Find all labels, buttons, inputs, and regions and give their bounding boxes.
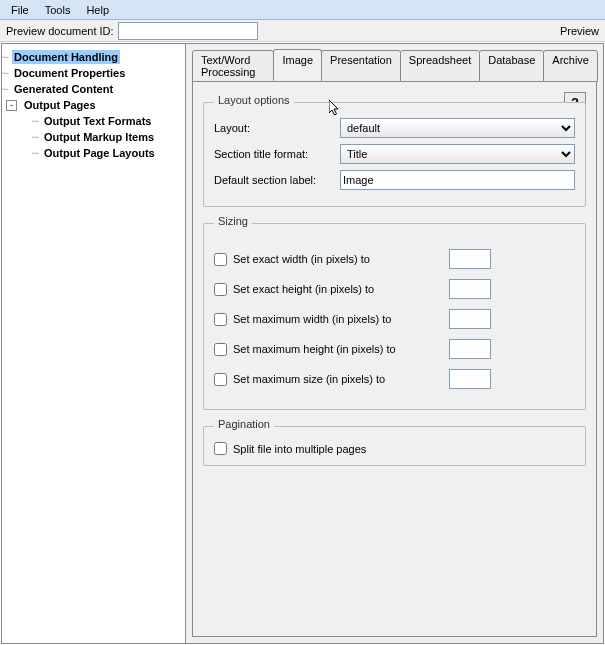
layout-options-legend: Layout options <box>214 94 294 106</box>
tree-connector: ┈ <box>32 129 39 145</box>
select-layout[interactable]: default <box>340 118 575 138</box>
nav-tree[interactable]: ┈ Document Handling ┈ Document Propertie… <box>2 44 186 643</box>
tree-label: Document Handling <box>12 50 120 64</box>
tree-label: Generated Content <box>12 82 115 96</box>
tree-item-output-page-layouts[interactable]: ┈ Output Page Layouts <box>2 144 185 160</box>
pagination-legend: Pagination <box>214 418 274 430</box>
checkbox-split-file[interactable] <box>214 442 227 455</box>
label-exact-width: Set exact width (in pixels) to <box>233 253 443 265</box>
input-default-section-label[interactable] <box>340 170 575 190</box>
menu-file[interactable]: File <box>4 2 36 18</box>
menu-help[interactable]: Help <box>79 2 116 18</box>
preview-button[interactable]: Preview <box>560 25 599 37</box>
tree-label: Output Text Formats <box>42 114 153 128</box>
label-max-width: Set maximum width (in pixels) to <box>233 313 443 325</box>
label-exact-height: Set exact height (in pixels) to <box>233 283 443 295</box>
tree-label: Output Markup Items <box>42 130 156 144</box>
tree-label: Output Pages <box>22 98 98 112</box>
row-section-title-format: Section title format: Title <box>214 144 575 164</box>
tab-database[interactable]: Database <box>479 50 544 82</box>
tab-image[interactable]: Image <box>273 49 322 81</box>
tab-archive[interactable]: Archive <box>543 50 598 82</box>
tree-connector: ┈ <box>2 65 9 81</box>
checkbox-max-size[interactable] <box>214 373 227 386</box>
input-max-height[interactable] <box>449 339 491 359</box>
sizing-group: Sizing Set exact width (in pixels) to Se… <box>203 217 586 410</box>
main-split: ┈ Document Handling ┈ Document Propertie… <box>1 43 604 644</box>
sizing-row-exact-height: Set exact height (in pixels) to <box>214 279 575 299</box>
tree-connector: ┈ <box>32 145 39 161</box>
label-max-height: Set maximum height (in pixels) to <box>233 343 443 355</box>
tree-connector: ┈ <box>2 49 9 65</box>
tree-item-document-properties[interactable]: ┈ Document Properties <box>2 64 185 80</box>
preview-id-input[interactable] <box>118 22 258 40</box>
input-exact-height[interactable] <box>449 279 491 299</box>
tab-presentation[interactable]: Presentation <box>321 50 401 82</box>
sizing-row-exact-width: Set exact width (in pixels) to <box>214 249 575 269</box>
checkbox-max-width[interactable] <box>214 313 227 326</box>
tree-item-output-text-formats[interactable]: ┈ Output Text Formats <box>2 112 185 128</box>
tab-bar: Text/Word Processing Image Presentation … <box>192 50 597 82</box>
tab-panel: ? Layout options Layout: default Section… <box>192 81 597 637</box>
tab-text-word-processing[interactable]: Text/Word Processing <box>192 50 274 82</box>
preview-label: Preview document ID: <box>6 25 114 37</box>
input-exact-width[interactable] <box>449 249 491 269</box>
sizing-row-max-size: Set maximum size (in pixels) to <box>214 369 575 389</box>
sizing-legend: Sizing <box>214 215 252 227</box>
checkbox-exact-height[interactable] <box>214 283 227 296</box>
input-max-size[interactable] <box>449 369 491 389</box>
select-section-title-format[interactable]: Title <box>340 144 575 164</box>
label-max-size: Set maximum size (in pixels) to <box>233 373 443 385</box>
label-layout: Layout: <box>214 122 334 134</box>
tree-item-generated-content[interactable]: ┈ Generated Content <box>2 80 185 96</box>
tree-connector: ┈ <box>2 81 9 97</box>
tab-spreadsheet[interactable]: Spreadsheet <box>400 50 480 82</box>
menu-tools[interactable]: Tools <box>38 2 78 18</box>
tree-connector: ┈ <box>32 113 39 129</box>
tree-label: Output Page Layouts <box>42 146 157 160</box>
tree-collapse-icon[interactable]: - <box>6 100 17 111</box>
input-max-width[interactable] <box>449 309 491 329</box>
tree-item-output-markup-items[interactable]: ┈ Output Markup Items <box>2 128 185 144</box>
menubar: File Tools Help <box>0 0 605 20</box>
tree-item-output-pages[interactable]: - Output Pages <box>2 96 185 112</box>
content-pane: Text/Word Processing Image Presentation … <box>186 44 603 643</box>
sizing-row-max-width: Set maximum width (in pixels) to <box>214 309 575 329</box>
pagination-group: Pagination Split file into multiple page… <box>203 420 586 466</box>
tree-label: Document Properties <box>12 66 127 80</box>
row-default-section-label: Default section label: <box>214 170 575 190</box>
row-layout: Layout: default <box>214 118 575 138</box>
pagination-row: Split file into multiple pages <box>214 442 575 455</box>
layout-options-group: Layout options Layout: default Section t… <box>203 96 586 207</box>
label-default-section-label: Default section label: <box>214 174 334 186</box>
preview-bar: Preview document ID: Preview <box>0 20 605 42</box>
tree-item-document-handling[interactable]: ┈ Document Handling <box>2 48 185 64</box>
sizing-row-max-height: Set maximum height (in pixels) to <box>214 339 575 359</box>
checkbox-exact-width[interactable] <box>214 253 227 266</box>
checkbox-max-height[interactable] <box>214 343 227 356</box>
label-split-file: Split file into multiple pages <box>233 443 366 455</box>
label-section-title-format: Section title format: <box>214 148 334 160</box>
